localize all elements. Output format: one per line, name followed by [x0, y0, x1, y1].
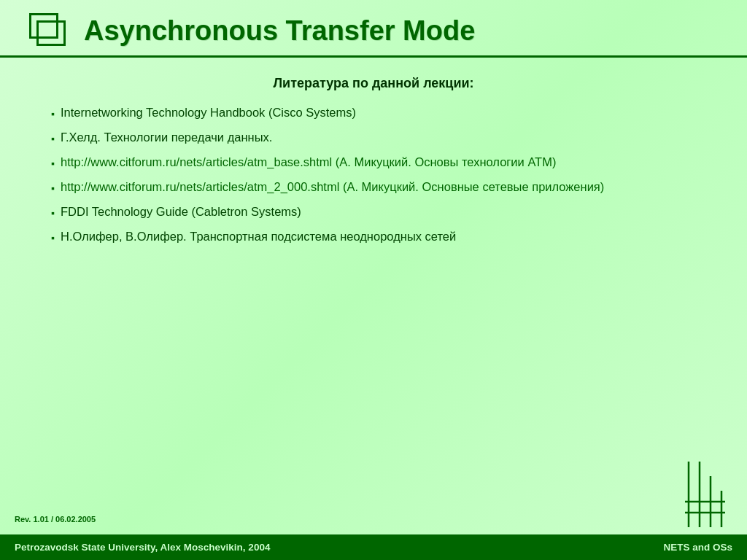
header: Asynchronous Transfer Mode — [0, 0, 747, 58]
bullet-marker: ▪ — [51, 181, 55, 195]
list-item: ▪ Н.Олифер, В.Олифер. Транспортная подси… — [51, 228, 696, 246]
bullet-marker: ▪ — [51, 230, 55, 245]
list-item: ▪ FDDI Technology Guide (Cabletron Syste… — [51, 203, 696, 221]
bullet-text: Н.Олифер, В.Олифер. Транспортная подсист… — [61, 228, 696, 246]
bullet-text: Г.Хелд. Технологии передачи данных. — [61, 129, 696, 147]
bullet-text-link: http://www.citforum.ru/nets/articles/atm… — [61, 154, 696, 171]
list-item: ▪ Internetworking Technology Handbook (C… — [51, 104, 696, 122]
footer-right-text: NETS and OSs — [663, 542, 732, 553]
list-item: ▪ Г.Хелд. Технологии передачи данных. — [51, 129, 696, 147]
section-title: Литература по данной лекции: — [51, 76, 696, 91]
bullet-text-link: http://www.citforum.ru/nets/articles/atm… — [61, 179, 696, 196]
footer-left-text: Petrozavodsk State University, Alex Mosc… — [15, 542, 270, 553]
list-item: ▪ http://www.citforum.ru/nets/articles/a… — [51, 154, 696, 171]
bullet-marker: ▪ — [51, 206, 55, 220]
bullet-list: ▪ Internetworking Technology Handbook (C… — [51, 104, 696, 253]
main-content: Литература по данной лекции: ▪ Internetw… — [0, 58, 747, 560]
bullet-text: FDDI Technology Guide (Cabletron Systems… — [61, 203, 696, 221]
footer: Petrozavodsk State University, Alex Mosc… — [0, 534, 747, 560]
bullet-marker: ▪ — [51, 106, 55, 121]
slide: Asynchronous Transfer Mode Литература по… — [0, 0, 747, 560]
decorative-lines — [681, 462, 725, 527]
bullet-marker: ▪ — [51, 156, 55, 171]
bullet-text: Internetworking Technology Handbook (Cis… — [61, 104, 696, 122]
version-info: Rev. 1.01 / 06.02.2005 — [15, 515, 96, 524]
list-item: ▪ http://www.citforum.ru/nets/articles/a… — [51, 179, 696, 196]
bullet-marker: ▪ — [51, 131, 55, 146]
slide-title: Asynchronous Transfer Mode — [84, 15, 718, 47]
slide-icon — [29, 13, 69, 48]
